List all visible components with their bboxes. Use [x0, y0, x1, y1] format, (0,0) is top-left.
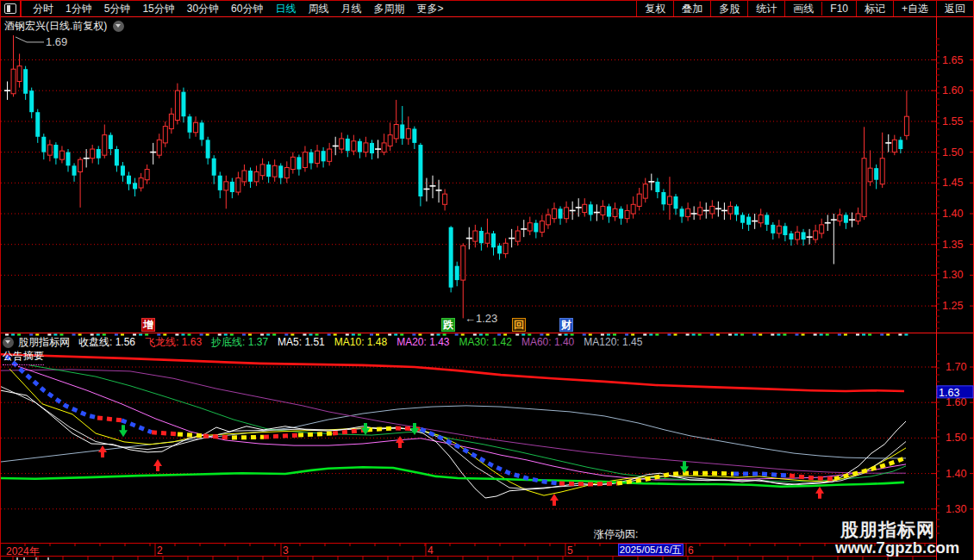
candle-down [133, 183, 137, 189]
candle-up [169, 114, 173, 128]
tool-menu-item[interactable]: F10 [821, 2, 856, 16]
candle-up [686, 208, 690, 216]
candle-down [802, 232, 806, 240]
candle-up [631, 204, 635, 214]
rainbow-dotted-line [396, 428, 421, 429]
period-menu-item[interactable]: 60分钟 [231, 2, 263, 16]
ribbon-mark [728, 334, 732, 336]
rainbow-dotted-line [559, 483, 617, 484]
candle-down [765, 215, 769, 224]
buy-arrow-icon [550, 494, 559, 506]
candle-up [503, 243, 508, 253]
news-badge[interactable]: 增 [141, 318, 155, 332]
tool-menu-item[interactable]: 统计 [747, 1, 784, 17]
candle-up [254, 171, 259, 181]
buy-arrow-icon [396, 436, 404, 448]
candle-down [655, 182, 659, 192]
candle-up [394, 124, 398, 138]
period-menu-item[interactable]: 日线 [275, 2, 296, 16]
candle-down [559, 208, 563, 218]
news-badge[interactable]: 跌 [441, 318, 455, 332]
lower-axis-label: 1.50 [946, 432, 966, 444]
buy-arrow-icon [98, 445, 107, 457]
candle-up [382, 143, 386, 152]
candle-up [406, 128, 410, 138]
candle-down [358, 141, 362, 152]
candle-down [212, 159, 216, 176]
lower-axis-label: 1.70 [946, 361, 966, 373]
news-badge[interactable]: 财 [559, 318, 573, 332]
rainbow-dotted-line [152, 432, 178, 434]
candle-down [53, 145, 58, 159]
candle-down [534, 223, 538, 233]
period-menu-item[interactable]: 30分钟 [187, 2, 219, 16]
watermark-site-url: www.7gpzb.com [835, 538, 940, 557]
panel-label-announcement[interactable]: 公告摘要 [3, 349, 44, 365]
ribbon-mark [716, 334, 720, 336]
period-menu-item[interactable]: 1分钟 [66, 2, 92, 16]
main-axis-label: 1.55 [942, 115, 963, 128]
period-menu-item[interactable]: 月线 [340, 2, 361, 16]
candle-down [127, 176, 131, 184]
period-menu-item[interactable]: 更多> [416, 2, 443, 16]
tool-menu-item[interactable]: 标记 [856, 1, 893, 17]
candle-down [97, 149, 101, 159]
current-value-label: 1.63 [939, 387, 959, 399]
candle-up [11, 69, 16, 94]
candle-down [589, 204, 593, 215]
indicator-line-ma5 [1, 387, 906, 489]
news-badge[interactable]: 回 [512, 318, 526, 332]
candle-down [41, 137, 46, 152]
candle-down [23, 69, 28, 94]
ribbon-mark [752, 334, 756, 336]
ribbon-mark [904, 334, 908, 336]
tool-menu-item[interactable]: +自选 [893, 1, 936, 17]
tool-menu-item[interactable]: 画线 [784, 1, 821, 17]
ribbon-mark [844, 334, 847, 336]
indicator-header-row: 股朋指标网 收盘线: 1.56飞龙线: 1.63抄底线: 1.37MA5: 1.… [3, 335, 652, 349]
candle-down [449, 227, 453, 288]
candle-down [674, 196, 678, 208]
candle-up [546, 215, 550, 224]
indicator-line-ma20 [18, 366, 906, 480]
tool-menu-item[interactable]: 复权 [636, 1, 673, 17]
candle-up [637, 194, 641, 206]
period-menu-item[interactable]: 15分钟 [142, 2, 174, 16]
candle-up [284, 167, 289, 177]
candle-up [157, 140, 161, 155]
candle-up [103, 135, 107, 156]
period-menu-item[interactable]: 分时 [33, 2, 53, 16]
period-menu-item[interactable]: 周线 [308, 2, 328, 16]
ribbon-mark [667, 334, 671, 336]
ribbon-mark [740, 334, 744, 336]
tool-menu-item[interactable]: 叠加 [673, 1, 710, 17]
candle-up [461, 246, 465, 280]
candle-up [59, 151, 64, 159]
ribbon-mark [783, 334, 786, 336]
candle-up [777, 226, 781, 233]
candle-up [892, 140, 896, 152]
chevron-down-icon[interactable] [3, 337, 14, 348]
ribbon-mark [868, 334, 871, 336]
indicator-line-ma60 [1, 370, 906, 473]
candle-up [698, 208, 702, 215]
tool-menu-item[interactable]: 多股 [710, 1, 747, 17]
period-menu-item[interactable]: 5分钟 [104, 2, 131, 16]
ribbon-mark [686, 334, 690, 336]
lower-axis-label: 1.30 [946, 503, 966, 515]
candle-up [272, 165, 277, 177]
chevron-down-icon[interactable] [113, 21, 124, 32]
candle-down [181, 92, 185, 117]
tool-menu-item[interactable]: 返回 [936, 1, 973, 17]
window-icon[interactable] [4, 3, 16, 14]
period-menu-item[interactable]: 多周期 [373, 2, 404, 16]
indicator-value: MA10: 1.48 [334, 336, 387, 348]
candle-up [17, 66, 22, 82]
candle-up [175, 90, 179, 120]
candle-down [200, 122, 204, 140]
candle-up [868, 168, 872, 182]
main-axis-label: 1.65 [942, 54, 963, 66]
ribbon-mark [862, 334, 865, 336]
candle-up [352, 141, 356, 151]
ribbon-mark [759, 334, 762, 336]
